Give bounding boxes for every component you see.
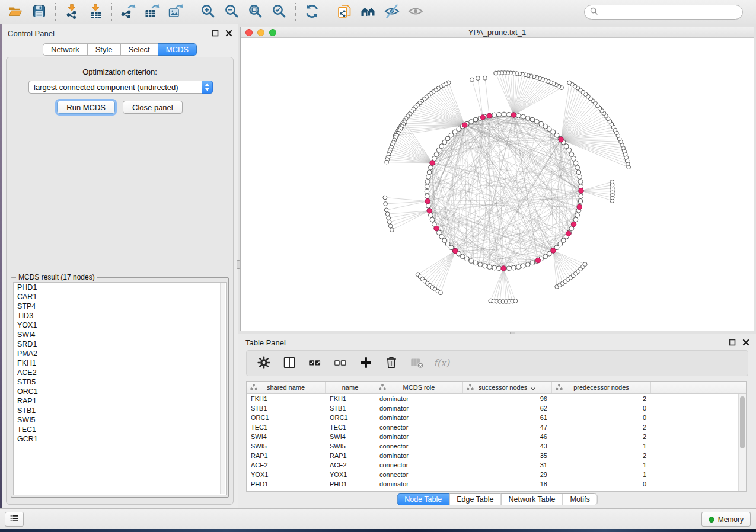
table-cell[interactable]: ACE2 (247, 462, 326, 469)
criterion-dropdown[interactable]: largest connected component (undirected) (28, 81, 213, 94)
network-node[interactable] (525, 116, 530, 121)
copy-view-button[interactable] (333, 1, 356, 23)
mcds-hub-node[interactable] (577, 204, 582, 210)
first-neighbors-button[interactable] (356, 1, 380, 23)
mcds-result-item[interactable]: FKH1 (14, 358, 226, 368)
table-cell[interactable]: 31 (463, 462, 552, 469)
network-node[interactable] (483, 76, 487, 80)
mcds-hub-node[interactable] (462, 123, 468, 128)
table-row[interactable]: FKH1FKH1dominator962 (247, 394, 738, 403)
network-node[interactable] (567, 148, 572, 152)
mcds-hub-node[interactable] (452, 248, 458, 254)
network-node[interactable] (436, 148, 441, 152)
mcds-hub-node[interactable] (571, 222, 576, 227)
show-all-button[interactable] (404, 1, 428, 23)
table-cell[interactable]: dominator (375, 405, 463, 412)
column-header-name[interactable]: name (326, 382, 375, 393)
network-node[interactable] (578, 180, 583, 184)
export-table-button[interactable] (140, 1, 164, 23)
task-history-button[interactable] (5, 512, 24, 527)
table-cell[interactable]: ORC1 (326, 414, 375, 421)
table-cell[interactable]: connector (375, 471, 463, 478)
mcds-result-item[interactable]: SWI5 (14, 415, 226, 425)
table-cell[interactable]: 2 (552, 433, 651, 440)
export-network-button[interactable] (116, 1, 140, 23)
table-cell[interactable]: SWI4 (326, 433, 375, 440)
table-scrollbar[interactable] (738, 394, 746, 491)
table-cell[interactable]: 47 (463, 424, 552, 431)
network-node[interactable] (530, 261, 535, 265)
network-node[interactable] (575, 213, 580, 217)
network-graph[interactable] (241, 38, 754, 331)
zoom-fit-button[interactable] (244, 1, 267, 23)
float-panel-icon[interactable] (211, 29, 219, 37)
close-panel-icon[interactable] (225, 29, 233, 37)
table-cell[interactable]: SWI5 (326, 443, 375, 450)
network-node[interactable] (473, 117, 478, 122)
network-node[interactable] (513, 299, 518, 303)
network-node[interactable] (385, 160, 389, 164)
memory-button[interactable]: Memory (701, 512, 751, 527)
refresh-button[interactable] (300, 1, 324, 23)
table-cell[interactable]: 1 (552, 462, 651, 469)
table-row[interactable]: RAP1RAP1dominator352 (247, 451, 738, 460)
sort-chevron-icon[interactable] (530, 385, 536, 392)
mcds-result-item[interactable]: GCR1 (14, 434, 226, 444)
zoom-in-button[interactable] (196, 1, 220, 23)
network-node[interactable] (521, 264, 525, 268)
network-node[interactable] (511, 265, 516, 270)
mcds-result-item[interactable]: PHD1 (14, 283, 226, 292)
mcds-result-item[interactable]: TID3 (14, 311, 226, 321)
table-cell[interactable]: dominator (375, 433, 463, 440)
network-node[interactable] (576, 170, 581, 175)
table-row[interactable]: YOX1YOX1connector291 (247, 470, 738, 479)
network-node[interactable] (543, 124, 548, 129)
open-file-button[interactable] (4, 1, 27, 23)
zoom-selected-button[interactable] (267, 1, 291, 23)
mcds-hub-node[interactable] (427, 209, 432, 214)
network-node[interactable] (384, 202, 388, 206)
network-node[interactable] (460, 254, 465, 259)
mcds-list-scrollbar[interactable] (220, 283, 225, 494)
network-node[interactable] (564, 144, 569, 149)
network-node[interactable] (551, 130, 556, 134)
table-cell[interactable]: 18 (463, 480, 552, 488)
network-view-canvas[interactable] (241, 38, 754, 331)
network-node[interactable] (473, 261, 478, 265)
tab-network-table[interactable]: Network Table (501, 493, 563, 505)
network-node[interactable] (492, 265, 497, 270)
table-cell[interactable]: YOX1 (247, 471, 326, 478)
mcds-result-item[interactable]: SWI4 (14, 330, 226, 339)
table-cell[interactable]: 62 (463, 405, 552, 412)
mcds-result-item[interactable]: ACE2 (14, 368, 226, 377)
network-node[interactable] (429, 165, 433, 170)
table-cell[interactable]: 96 (463, 395, 552, 402)
table-cell[interactable]: dominator (375, 414, 463, 421)
table-cell[interactable]: ORC1 (247, 414, 326, 421)
network-node[interactable] (543, 254, 548, 259)
hide-selected-button[interactable] (380, 1, 404, 23)
table-cell[interactable]: FKH1 (247, 395, 326, 402)
network-node[interactable] (516, 265, 521, 270)
table-scrollbar-thumb[interactable] (740, 396, 745, 448)
network-node[interactable] (439, 144, 444, 149)
network-node[interactable] (579, 194, 583, 198)
select-all-button[interactable] (307, 355, 323, 371)
mcds-result-item[interactable]: YOX1 (14, 321, 226, 330)
tab-edge-table[interactable]: Edge Table (449, 493, 501, 505)
network-node[interactable] (575, 165, 580, 170)
settings-button[interactable] (256, 355, 272, 371)
import-table-button[interactable] (84, 1, 107, 23)
close-panel-icon[interactable] (742, 338, 750, 347)
network-node[interactable] (610, 180, 614, 184)
mcds-result-item[interactable]: STP4 (14, 302, 226, 311)
table-cell[interactable]: 43 (463, 443, 552, 450)
network-node[interactable] (573, 161, 578, 165)
network-node[interactable] (476, 76, 480, 81)
table-cell[interactable]: STB1 (326, 405, 375, 412)
column-header-successor-nodes[interactable]: successor nodes (463, 382, 552, 393)
mcds-hub-node[interactable] (434, 226, 439, 231)
table-cell[interactable]: SWI4 (247, 433, 326, 440)
network-node[interactable] (502, 112, 506, 117)
network-node[interactable] (427, 170, 432, 175)
